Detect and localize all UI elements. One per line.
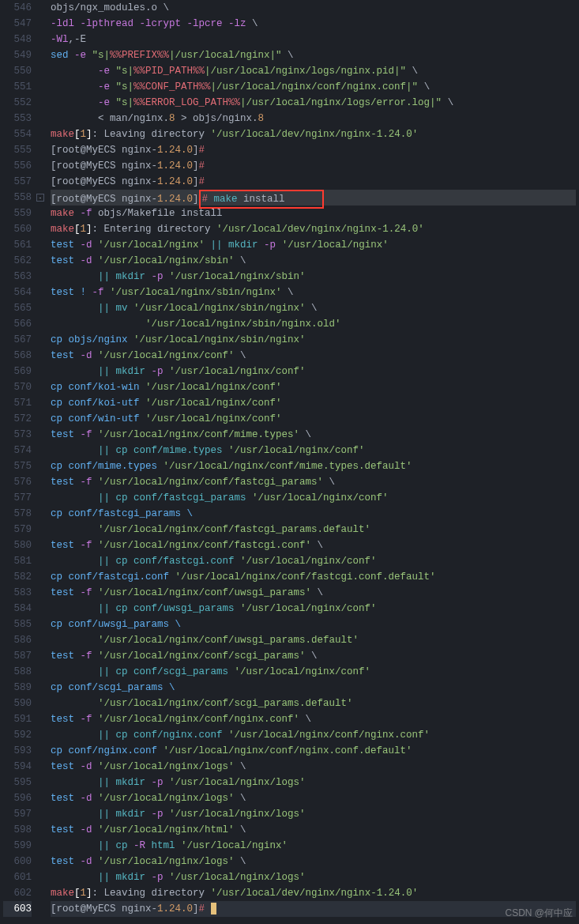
line-number: 568	[3, 348, 32, 364]
line-number: 565	[3, 300, 32, 316]
code-line[interactable]: [root@MyECS nginx-1.24.0]#	[51, 901, 576, 917]
code-line[interactable]: || cp -R html '/usr/local/nginx'	[51, 838, 576, 854]
code-line[interactable]: cp conf/uwsgi_params \	[51, 617, 576, 632]
code-line[interactable]: test -d '/usr/local/nginx/sbin' \	[51, 253, 576, 269]
code-line[interactable]: || cp conf/uwsgi_params '/usr/local/ngin…	[51, 601, 576, 617]
line-number: 564	[3, 285, 32, 300]
line-number: 578	[3, 506, 32, 522]
code-line[interactable]: -e "s|%%CONF_PATH%%|/usr/local/nginx/con…	[51, 79, 576, 95]
line-number: 603	[3, 901, 32, 917]
line-number: 546	[3, 0, 32, 16]
code-line[interactable]: || cp conf/mime.types '/usr/local/nginx/…	[51, 443, 576, 458]
code-line[interactable]: '/usr/local/nginx/conf/fastcgi_params.de…	[51, 522, 576, 537]
line-number: 589	[3, 680, 32, 696]
code-area[interactable]: objs/ngx_modules.o \-ldl -lpthread -lcry…	[47, 0, 579, 924]
code-line[interactable]: -ldl -lpthread -lcrypt -lpcre -lz \	[51, 16, 576, 32]
code-line[interactable]: '/usr/local/nginx/conf/uwsgi_params.defa…	[51, 632, 576, 648]
code-line[interactable]: cp conf/mime.types '/usr/local/nginx/con…	[51, 458, 576, 474]
code-line[interactable]: test -d '/usr/local/nginx/html' \	[51, 822, 576, 838]
line-number: 551	[3, 79, 32, 95]
code-line[interactable]: || cp conf/fastcgi_params '/usr/local/ng…	[51, 490, 576, 506]
code-line[interactable]: cp objs/nginx '/usr/local/nginx/sbin/ngi…	[51, 332, 576, 348]
code-line[interactable]: cp conf/fastcgi.conf '/usr/local/nginx/c…	[51, 569, 576, 585]
line-number: 569	[3, 364, 32, 379]
code-line[interactable]: cp conf/win-utf '/usr/local/nginx/conf'	[51, 411, 576, 427]
text-cursor	[211, 903, 216, 915]
code-line[interactable]: || mkdir -p '/usr/local/nginx/logs'	[51, 869, 576, 885]
code-line[interactable]: [root@MyECS nginx-1.24.0]#	[51, 158, 576, 174]
line-number: 592	[3, 727, 32, 743]
fold-toggle-icon[interactable]: -	[36, 194, 44, 202]
line-number: 596	[3, 790, 32, 806]
code-line[interactable]: -Wl,-E	[51, 32, 576, 47]
code-line[interactable]: test ! -f '/usr/local/nginx/sbin/nginx' …	[51, 285, 576, 300]
code-line[interactable]: || mkdir -p '/usr/local/nginx/conf'	[51, 364, 576, 379]
code-editor[interactable]: 5465475485495505515525535545555565575585…	[0, 0, 579, 924]
line-number: 581	[3, 553, 32, 569]
code-line[interactable]: -e "s|%%PID_PATH%%|/usr/local/nginx/logs…	[51, 63, 576, 79]
line-number: 554	[3, 126, 32, 142]
code-line[interactable]: test -d '/usr/local/nginx/logs' \	[51, 790, 576, 806]
code-line[interactable]: make[1]: Leaving directory '/usr/local/d…	[51, 885, 576, 901]
code-line[interactable]: -e "s|%%ERROR_LOG_PATH%%|/usr/local/ngin…	[51, 95, 576, 111]
line-number: 566	[3, 316, 32, 332]
line-number: 553	[3, 111, 32, 126]
line-number: 579	[3, 522, 32, 537]
line-number: 575	[3, 458, 32, 474]
line-number: 601	[3, 869, 32, 885]
line-number: 555	[3, 142, 32, 158]
line-number: 567	[3, 332, 32, 348]
line-number: 561	[3, 237, 32, 253]
code-line[interactable]: test -d '/usr/local/nginx/logs' \	[51, 759, 576, 775]
code-line[interactable]: test -f '/usr/local/nginx/conf/fastcgi_p…	[51, 474, 576, 490]
code-line[interactable]: make[1]: Entering directory '/usr/local/…	[51, 221, 576, 237]
code-line[interactable]: || mv '/usr/local/nginx/sbin/nginx' \	[51, 300, 576, 316]
code-line[interactable]: || mkdir -p '/usr/local/nginx/logs'	[51, 806, 576, 822]
code-line[interactable]: make[1]: Leaving directory '/usr/local/d…	[51, 126, 576, 142]
code-line[interactable]: test -f '/usr/local/nginx/conf/fastcgi.c…	[51, 537, 576, 553]
code-line[interactable]: cp conf/nginx.conf '/usr/local/nginx/con…	[51, 743, 576, 759]
code-line[interactable]: test -f '/usr/local/nginx/conf/mime.type…	[51, 427, 576, 443]
code-line[interactable]: || mkdir -p '/usr/local/nginx/logs'	[51, 775, 576, 790]
code-line[interactable]: cp conf/koi-win '/usr/local/nginx/conf'	[51, 379, 576, 395]
line-number: 550	[3, 63, 32, 79]
code-line[interactable]: cp conf/fastcgi_params \	[51, 506, 576, 522]
line-number: 600	[3, 854, 32, 869]
line-number: 574	[3, 443, 32, 458]
code-line[interactable]: test -f '/usr/local/nginx/conf/uwsgi_par…	[51, 585, 576, 601]
line-number: 558	[3, 190, 32, 206]
code-line[interactable]: [root@MyECS nginx-1.24.0]# make install	[51, 190, 576, 206]
line-number: 584	[3, 601, 32, 617]
watermark: CSDN @何中应	[505, 905, 573, 921]
line-number: 593	[3, 743, 32, 759]
code-line[interactable]: [root@MyECS nginx-1.24.0]#	[51, 142, 576, 158]
code-line[interactable]: [root@MyECS nginx-1.24.0]#	[51, 174, 576, 190]
code-line[interactable]: test -f '/usr/local/nginx/conf/scgi_para…	[51, 648, 576, 664]
code-line[interactable]: || cp conf/fastcgi.conf '/usr/local/ngin…	[51, 553, 576, 569]
code-line[interactable]: || mkdir -p '/usr/local/nginx/sbin'	[51, 269, 576, 285]
code-line[interactable]: objs/ngx_modules.o \	[51, 0, 576, 16]
line-number: 583	[3, 585, 32, 601]
code-line[interactable]: test -d '/usr/local/nginx/conf' \	[51, 348, 576, 364]
code-line[interactable]: test -d '/usr/local/nginx' || mkdir -p '…	[51, 237, 576, 253]
line-number: 556	[3, 158, 32, 174]
line-number: 577	[3, 490, 32, 506]
line-number: 582	[3, 569, 32, 585]
line-number: 594	[3, 759, 32, 775]
code-line[interactable]: < man/nginx.8 > objs/nginx.8	[51, 111, 576, 126]
code-line[interactable]: sed -e "s|%%PREFIX%%|/usr/local/nginx|" …	[51, 47, 576, 63]
line-number: 560	[3, 221, 32, 237]
code-line[interactable]: '/usr/local/nginx/sbin/nginx.old'	[51, 316, 576, 332]
line-number: 549	[3, 47, 32, 63]
line-number: 552	[3, 95, 32, 111]
code-line[interactable]: || cp conf/scgi_params '/usr/local/nginx…	[51, 664, 576, 680]
line-number: 563	[3, 269, 32, 285]
code-line[interactable]: '/usr/local/nginx/conf/scgi_params.defau…	[51, 696, 576, 711]
code-line[interactable]: || cp conf/nginx.conf '/usr/local/nginx/…	[51, 727, 576, 743]
code-line[interactable]: cp conf/scgi_params \	[51, 680, 576, 696]
line-number: 588	[3, 664, 32, 680]
code-line[interactable]: cp conf/koi-utf '/usr/local/nginx/conf'	[51, 395, 576, 411]
code-line[interactable]: test -d '/usr/local/nginx/logs' \	[51, 854, 576, 869]
code-line[interactable]: test -f '/usr/local/nginx/conf/nginx.con…	[51, 711, 576, 727]
line-number: 602	[3, 885, 32, 901]
